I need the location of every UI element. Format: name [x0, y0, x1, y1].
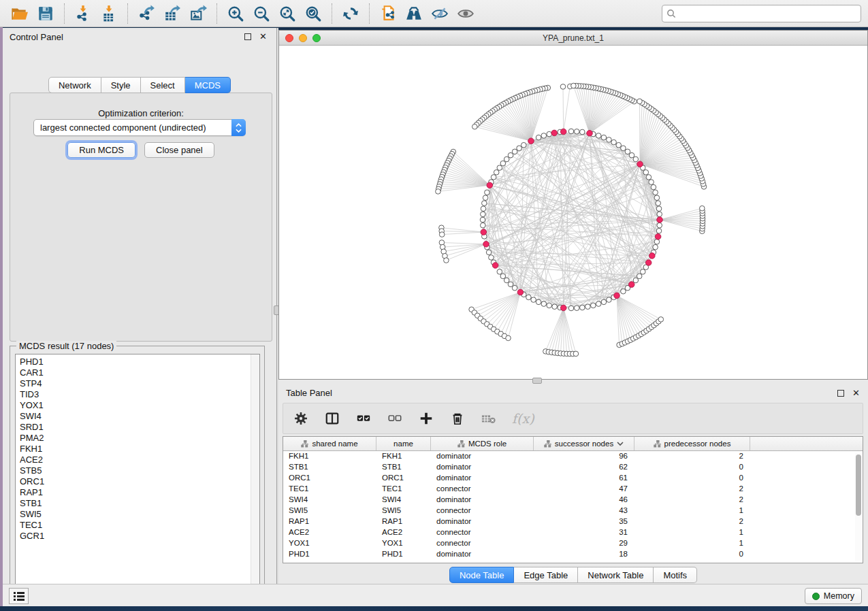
column-header-filler: [750, 437, 863, 450]
tab-mcds[interactable]: MCDS: [185, 77, 231, 93]
result-node-item[interactable]: SRD1: [16, 422, 259, 433]
delete-table-icon: [481, 411, 496, 426]
add-column-button[interactable]: [418, 410, 434, 427]
column-header-shared-name[interactable]: shared name: [283, 437, 376, 450]
criterion-dropdown[interactable]: largest connected component (undirected): [33, 119, 246, 136]
result-node-item[interactable]: ORC1: [16, 476, 259, 487]
select-all-button[interactable]: [355, 410, 372, 427]
tab-network-table[interactable]: Network Table: [578, 567, 654, 583]
result-node-item[interactable]: TID3: [16, 389, 259, 400]
table-cell: SWI4: [376, 495, 431, 506]
horizontal-splitter-handle[interactable]: [532, 378, 542, 384]
table-row[interactable]: TEC1TEC1connector472: [283, 484, 863, 495]
close-panel-button[interactable]: Close panel: [144, 142, 214, 158]
settings-gear-button[interactable]: [293, 410, 309, 427]
open-folder-button[interactable]: [8, 3, 31, 24]
result-node-item[interactable]: STB1: [16, 498, 259, 509]
close-table-panel-icon[interactable]: ✕: [852, 390, 860, 397]
window-minimize-icon[interactable]: [299, 34, 307, 42]
table-row[interactable]: RAP1RAP1dominator352: [283, 516, 863, 527]
table-cell: PHD1: [283, 549, 376, 560]
column-header-predecessor-nodes[interactable]: predecessor nodes: [634, 437, 750, 450]
tab-edge-table[interactable]: Edge Table: [514, 567, 578, 583]
tab-node-table[interactable]: Node Table: [449, 567, 515, 583]
table-row[interactable]: ACE2ACE2connector311: [283, 527, 863, 538]
save-button[interactable]: [34, 3, 57, 24]
export-table-icon: [163, 5, 181, 22]
result-node-item[interactable]: ACE2: [16, 455, 259, 465]
result-node-item[interactable]: FKH1: [16, 444, 259, 455]
zoom-selected-button[interactable]: [302, 3, 325, 24]
column-header-successor-nodes[interactable]: successor nodes: [534, 437, 634, 450]
table-scrollbar-thumb[interactable]: [856, 455, 861, 516]
column-layout-button[interactable]: [324, 410, 340, 427]
table-row[interactable]: SWI4SWI4dominator462: [283, 495, 863, 506]
import-network-button[interactable]: [71, 3, 95, 24]
table-cell: ORC1: [376, 473, 431, 484]
horizontal-splitter[interactable]: [278, 380, 868, 384]
table-cell: STB1: [283, 462, 376, 473]
result-node-item[interactable]: TEC1: [16, 520, 259, 531]
search-input[interactable]: [662, 5, 861, 22]
tab-network[interactable]: Network: [48, 77, 101, 93]
table-cell: STB1: [376, 462, 431, 473]
table-row[interactable]: YOX1YOX1connector291: [283, 538, 863, 549]
memory-button[interactable]: Memory: [805, 588, 862, 604]
zoom-in-button[interactable]: [224, 3, 247, 24]
network-titlebar[interactable]: YPA_prune.txt_1: [279, 31, 867, 46]
export-table-button[interactable]: [161, 3, 184, 24]
result-node-item[interactable]: STB5: [16, 465, 259, 476]
table-row[interactable]: ORC1ORC1dominator610: [283, 473, 863, 484]
control-panel-title: Control Panel: [10, 32, 244, 42]
import-table-button[interactable]: [97, 3, 120, 24]
table-row[interactable]: FKH1FKH1dominator962: [283, 451, 863, 462]
show-all-button[interactable]: [454, 3, 477, 24]
zoom-out-button[interactable]: [250, 3, 273, 24]
table-cell: 29: [534, 538, 634, 549]
hide-selection-button[interactable]: [428, 3, 451, 24]
run-mcds-button[interactable]: Run MCDS: [67, 142, 135, 158]
tab-style[interactable]: Style: [101, 77, 141, 93]
first-neighbors-button[interactable]: [402, 3, 425, 24]
table-cell: 0: [634, 473, 750, 484]
result-node-item[interactable]: RAP1: [16, 487, 259, 498]
close-panel-icon[interactable]: ✕: [259, 33, 267, 40]
result-node-item[interactable]: SWI4: [16, 411, 259, 422]
table-row[interactable]: PHD1PHD1dominator180: [283, 549, 863, 560]
toolbar-separator: [332, 3, 332, 24]
table-row[interactable]: SWI5SWI5connector431: [283, 506, 863, 516]
table-cell: dominator: [431, 451, 534, 462]
delete-column-button[interactable]: [449, 410, 466, 427]
result-node-item[interactable]: SWI5: [16, 509, 259, 520]
refresh-button[interactable]: [339, 3, 362, 24]
float-panel-icon[interactable]: [244, 33, 251, 40]
result-node-item[interactable]: PHD1: [16, 354, 259, 367]
table-cell: 0: [634, 462, 750, 473]
result-node-item[interactable]: YOX1: [16, 400, 259, 411]
result-node-item[interactable]: STP4: [16, 378, 259, 389]
column-header-name[interactable]: name: [376, 437, 431, 450]
deselect-all-button[interactable]: [387, 410, 403, 427]
result-node-item[interactable]: GCR1: [16, 531, 259, 542]
export-network-button[interactable]: [135, 3, 158, 24]
column-label: shared name: [312, 440, 357, 448]
task-history-button[interactable]: [9, 588, 29, 604]
float-table-panel-icon[interactable]: [837, 390, 844, 397]
toolbar-separator: [64, 3, 65, 24]
tab-select[interactable]: Select: [141, 77, 185, 93]
result-node-item[interactable]: PMA2: [16, 433, 259, 444]
export-image-button[interactable]: [187, 3, 210, 24]
network-canvas[interactable]: [279, 46, 867, 379]
table-row[interactable]: STB1STB1dominator620: [283, 462, 863, 473]
window-close-icon[interactable]: [285, 34, 293, 42]
zoom-fit-button[interactable]: [276, 3, 299, 24]
table-cell: 31: [534, 527, 634, 538]
mcds-result-list[interactable]: PHD1CAR1STP4TID3YOX1SWI4SRD1PMA2FKH1ACE2…: [15, 354, 260, 593]
column-header-MCDS-role[interactable]: MCDS role: [431, 437, 534, 450]
network-from-selection-button[interactable]: [376, 3, 400, 24]
tab-motifs[interactable]: Motifs: [654, 567, 697, 583]
window-maximize-icon[interactable]: [312, 34, 321, 42]
table-scrollbar[interactable]: [855, 453, 861, 561]
result-scrollbar[interactable]: [251, 354, 259, 593]
result-node-item[interactable]: CAR1: [16, 367, 259, 378]
